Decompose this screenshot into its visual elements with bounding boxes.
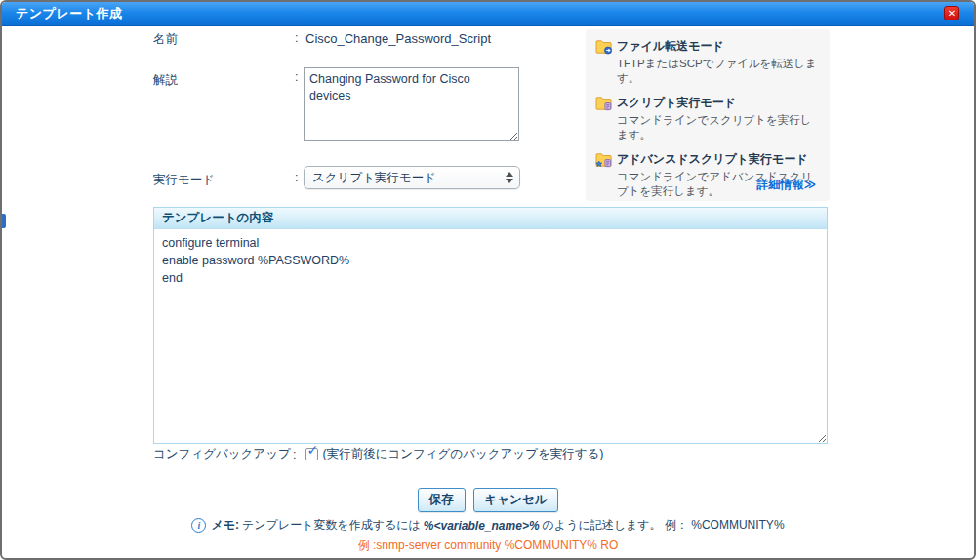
info-icon: i bbox=[191, 518, 206, 533]
name-label: 名前 bbox=[153, 31, 178, 48]
save-button[interactable]: 保存 bbox=[418, 488, 466, 512]
description-textarea[interactable]: Changing Password for Cisco devices bbox=[304, 67, 519, 141]
select-stepper-icon bbox=[506, 172, 513, 183]
close-button[interactable]: ✕ bbox=[944, 6, 959, 20]
execution-mode-selected-value: スクリプト実行モード bbox=[312, 170, 506, 186]
mode-help-title: スクリプト実行モード bbox=[617, 95, 818, 111]
memo-variable-token: %<variable_name>% bbox=[424, 519, 540, 533]
dialog-titlebar: テンプレート作成 ✕ bbox=[2, 2, 974, 26]
template-create-dialog: テンプレート作成 ✕ 名前 : Cisco_Change_Password_Sc… bbox=[0, 0, 976, 560]
config-backup-note: (実行前後にコンフィグのバックアップを実行する) bbox=[322, 446, 603, 462]
memo-text-post: のように記述します。 例： %COMMUNITY% bbox=[543, 517, 785, 534]
checkmark-icon: ✓ bbox=[306, 443, 318, 457]
config-backup-label: コンフィグバックアップ bbox=[153, 446, 293, 462]
execution-mode-select[interactable]: スクリプト実行モード bbox=[304, 166, 520, 189]
advanced-script-mode-folder-icon bbox=[595, 151, 617, 199]
name-colon: : bbox=[295, 31, 298, 45]
config-backup-colon: : bbox=[293, 448, 296, 461]
file-transfer-folder-icon bbox=[595, 38, 617, 86]
memo-label: メモ: bbox=[211, 517, 239, 534]
name-value: Cisco_Change_Password_Script bbox=[305, 31, 491, 46]
template-content-header-label: テンプレートの内容 bbox=[162, 210, 273, 226]
mode-help-title: アドバンスドスクリプト実行モード bbox=[617, 151, 818, 168]
cancel-button[interactable]: キャンセル bbox=[473, 488, 559, 512]
more-info-link[interactable]: 詳細情報≫ bbox=[756, 177, 816, 193]
close-icon: ✕ bbox=[948, 9, 956, 19]
memo-text-pre: テンプレート変数を作成するには bbox=[242, 517, 421, 534]
mode-help-script: スクリプト実行モード コマンドラインでスクリプトを実行します。 bbox=[595, 95, 818, 142]
dialog-title: テンプレート作成 bbox=[16, 5, 123, 22]
action-button-row: 保存 キャンセル bbox=[2, 488, 974, 512]
description-label: 解説 bbox=[153, 72, 178, 89]
mode-help-desc: TFTPまたはSCPでファイルを転送します。 bbox=[617, 57, 818, 86]
description-colon: : bbox=[295, 70, 298, 84]
execution-mode-label: 実行モード bbox=[153, 172, 215, 188]
side-panel-handle-icon[interactable] bbox=[2, 214, 6, 228]
template-content-header: テンプレートの内容 bbox=[154, 208, 827, 229]
mode-help-panel: ファイル転送モード TFTPまたはSCPでファイルを転送します。 スクリプト実行… bbox=[586, 29, 830, 201]
config-backup-row: コンフィグバックアップ : ✓ (実行前後にコンフィグのバックアップを実行する) bbox=[153, 446, 604, 462]
mode-help-file-transfer: ファイル転送モード TFTPまたはSCPでファイルを転送します。 bbox=[595, 38, 818, 86]
template-content-section: テンプレートの内容 configure terminal enable pass… bbox=[153, 207, 828, 444]
memo-note: i メモ: テンプレート変数を作成するには%<variable_name>%のよ… bbox=[2, 517, 974, 534]
config-backup-checkbox[interactable]: ✓ bbox=[305, 448, 318, 460]
script-mode-folder-icon bbox=[595, 95, 617, 142]
memo-example-line: 例 :snmp-server community %COMMUNITY% RO bbox=[2, 538, 974, 554]
mode-help-title: ファイル転送モード bbox=[617, 38, 818, 55]
mode-help-desc: コマンドラインでスクリプトを実行します。 bbox=[617, 113, 818, 142]
execution-mode-colon: : bbox=[295, 171, 298, 184]
template-content-textarea[interactable]: configure terminal enable password %PASS… bbox=[154, 229, 827, 443]
